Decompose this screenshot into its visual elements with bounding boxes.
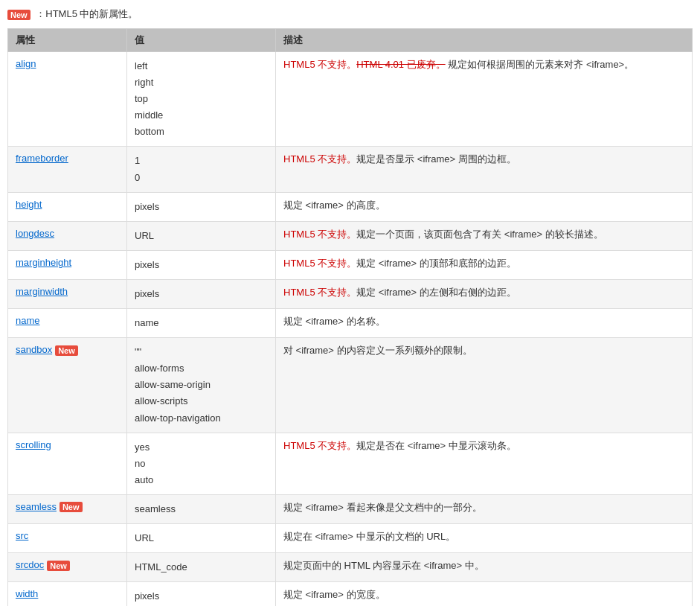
attr-cell: src (8, 523, 127, 552)
desc-cell: HTML5 不支持。规定一个页面，该页面包含了有关 <iframe> 的较长描述… (276, 221, 693, 250)
table-header-row: 属性 值 描述 (8, 29, 693, 52)
new-badge: New (7, 10, 30, 20)
attr-cell: name (8, 309, 127, 338)
attr-link[interactable]: marginheight (16, 257, 71, 268)
val-cell: left right top middle bottom (127, 52, 276, 147)
attr-cell: longdesc (8, 221, 127, 250)
desc-cell: HTML5 不支持。规定 <iframe> 的左侧和右侧的边距。 (276, 279, 693, 308)
table-row: marginwidthpixelsHTML5 不支持。规定 <iframe> 的… (8, 279, 693, 308)
table-row: longdescURLHTML5 不支持。规定一个页面，该页面包含了有关 <if… (8, 221, 693, 250)
header-desc: 描述 (276, 29, 693, 52)
val-cell: seamless (127, 494, 276, 523)
val-cell: yes no auto (127, 433, 276, 494)
attr-cell: sandboxNew (8, 338, 127, 433)
header-val: 值 (127, 29, 276, 52)
val-cell: URL (127, 523, 276, 552)
attr-cell: seamlessNew (8, 494, 127, 523)
attr-link[interactable]: align (16, 58, 36, 69)
desc-cell: HTML5 不支持。规定是否在 <iframe> 中显示滚动条。 (276, 433, 693, 494)
attr-link[interactable]: marginwidth (16, 286, 68, 297)
table-row: sandboxNew"" allow-forms allow-same-orig… (8, 338, 693, 433)
desc-cell: HTML5 不支持。规定 <iframe> 的顶部和底部的边距。 (276, 250, 693, 279)
table-row: srcdocNewHTML_code规定页面中的 HTML 内容显示在 <ifr… (8, 553, 693, 582)
attr-cell: marginheight (8, 250, 127, 279)
attr-cell: width (8, 582, 127, 606)
val-cell: "" allow-forms allow-same-origin allow-s… (127, 338, 276, 433)
attr-cell: srcdocNew (8, 553, 127, 582)
attr-cell: align (8, 52, 127, 147)
intro-line: New ：HTML5 中的新属性。 (7, 7, 693, 21)
table-row: scrollingyes no autoHTML5 不支持。规定是否在 <ifr… (8, 433, 693, 494)
table-row: heightpixels规定 <iframe> 的高度。 (8, 192, 693, 221)
val-cell: pixels (127, 250, 276, 279)
val-cell: pixels (127, 192, 276, 221)
desc-cell: 对 <iframe> 的内容定义一系列额外的限制。 (276, 338, 693, 433)
attr-cell: height (8, 192, 127, 221)
attr-link[interactable]: longdesc (16, 228, 54, 239)
attr-cell: frameborder (8, 147, 127, 192)
desc-cell: HTML5 不支持。HTML 4.01 已废弃。 规定如何根据周围的元素来对齐 … (276, 52, 693, 147)
table-row: frameborder1 0HTML5 不支持。规定是否显示 <iframe> … (8, 147, 693, 192)
table-row: marginheightpixelsHTML5 不支持。规定 <iframe> … (8, 250, 693, 279)
desc-cell: 规定页面中的 HTML 内容显示在 <iframe> 中。 (276, 553, 693, 582)
attr-link[interactable]: width (16, 588, 38, 599)
attributes-table: 属性 值 描述 alignleft right top middle botto… (7, 28, 693, 606)
table-row: seamlessNewseamless规定 <iframe> 看起来像是父文档中… (8, 494, 693, 523)
header-attr: 属性 (8, 29, 127, 52)
desc-cell: 规定 <iframe> 的宽度。 (276, 582, 693, 606)
val-cell: HTML_code (127, 553, 276, 582)
desc-cell: 规定在 <iframe> 中显示的文档的 URL。 (276, 523, 693, 552)
attr-link[interactable]: seamless (16, 501, 57, 512)
table-row: srcURL规定在 <iframe> 中显示的文档的 URL。 (8, 523, 693, 552)
desc-cell: 规定 <iframe> 看起来像是父文档中的一部分。 (276, 494, 693, 523)
new-badge: New (47, 561, 70, 571)
desc-cell: 规定 <iframe> 的名称。 (276, 309, 693, 338)
new-badge: New (55, 345, 78, 356)
table-row: widthpixels规定 <iframe> 的宽度。 (8, 582, 693, 606)
val-cell: 1 0 (127, 147, 276, 192)
desc-cell: HTML5 不支持。规定是否显示 <iframe> 周围的边框。 (276, 147, 693, 192)
table-row: alignleft right top middle bottomHTML5 不… (8, 52, 693, 147)
table-row: namename规定 <iframe> 的名称。 (8, 309, 693, 338)
attr-link[interactable]: frameborder (16, 153, 68, 164)
new-badge: New (60, 502, 83, 512)
attr-link[interactable]: sandbox (16, 344, 52, 355)
val-cell: URL (127, 221, 276, 250)
attr-cell: scrolling (8, 433, 127, 494)
attr-cell: marginwidth (8, 279, 127, 308)
attr-link[interactable]: height (16, 199, 42, 210)
desc-cell: 规定 <iframe> 的高度。 (276, 192, 693, 221)
attr-link[interactable]: srcdoc (16, 559, 44, 570)
attr-link[interactable]: src (16, 530, 28, 541)
val-cell: name (127, 309, 276, 338)
attr-link[interactable]: scrolling (16, 439, 51, 450)
val-cell: pixels (127, 582, 276, 606)
attr-link[interactable]: name (16, 315, 40, 326)
intro-text: ：HTML5 中的新属性。 (36, 8, 138, 19)
val-cell: pixels (127, 279, 276, 308)
